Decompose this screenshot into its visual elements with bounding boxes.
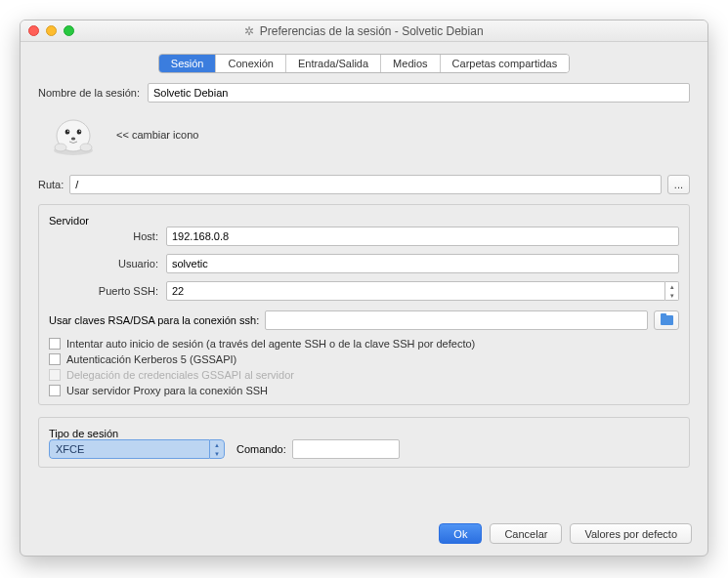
tab-session[interactable]: Sesión — [159, 55, 217, 72]
kerberos-label: Autenticación Kerberos 5 (GSSAPI) — [66, 353, 236, 365]
rsa-key-label: Usar claves RSA/DSA para la conexión ssh… — [49, 314, 265, 326]
svg-point-2 — [55, 144, 66, 151]
server-legend: Servidor — [49, 215, 89, 227]
gssapi-delegation-checkbox-row: Delegación de credenciales GSSAPI al ser… — [49, 369, 679, 381]
session-type-group: Tipo de sesión XFCE ▲▼ Comando: — [38, 417, 690, 468]
ok-button[interactable]: Ok — [439, 523, 482, 544]
defaults-button[interactable]: Valores por defecto — [570, 523, 692, 544]
tab-connection[interactable]: Conexión — [216, 55, 285, 72]
proxy-checkbox-row[interactable]: Usar servidor Proxy para la conexión SSH — [49, 385, 679, 396]
svg-point-4 — [65, 129, 70, 134]
rsa-browse-button[interactable] — [654, 310, 679, 330]
command-input[interactable] — [292, 439, 400, 459]
autologin-checkbox-row[interactable]: Intentar auto inicio de sesión (a través… — [49, 338, 679, 350]
session-icon[interactable] — [48, 112, 99, 157]
folder-icon — [661, 315, 673, 325]
window-title: ✲ Preferencias de la sesión - Solvetic D… — [21, 24, 707, 38]
proxy-checkbox[interactable] — [49, 385, 61, 396]
svg-point-6 — [67, 131, 68, 132]
session-type-value: XFCE — [56, 443, 84, 455]
kerberos-checkbox[interactable] — [49, 353, 61, 365]
titlebar: ✲ Preferencias de la sesión - Solvetic D… — [21, 21, 707, 42]
window-title-text: Preferencias de la sesión - Solvetic Deb… — [260, 24, 484, 38]
user-label: Usuario: — [49, 258, 166, 269]
path-input[interactable] — [69, 175, 662, 194]
session-name-label: Nombre de la sesión: — [38, 87, 148, 99]
gssapi-delegation-checkbox — [49, 369, 61, 381]
ssh-port-input[interactable] — [166, 281, 665, 301]
ssh-port-label: Puerto SSH: — [49, 285, 166, 297]
host-input[interactable] — [166, 227, 679, 246]
tab-shared-folders[interactable]: Carpetas compartidas — [441, 55, 570, 72]
svg-point-8 — [71, 137, 75, 140]
session-type-legend: Tipo de sesión — [49, 428, 118, 439]
kerberos-checkbox-row[interactable]: Autenticación Kerberos 5 (GSSAPI) — [49, 353, 679, 365]
path-label: Ruta: — [38, 179, 69, 190]
dialog-buttons: Ok Cancelar Valores por defecto — [439, 523, 692, 544]
session-type-combo[interactable]: XFCE ▲▼ — [49, 439, 225, 459]
command-label: Comando: — [236, 443, 286, 455]
tabs-container: Sesión Conexión Entrada/Salida Medios Ca… — [38, 54, 690, 73]
server-group: Servidor Host: Usuario: Puerto SSH: ▴▾ U… — [38, 204, 690, 405]
host-label: Host: — [49, 230, 166, 242]
change-icon-label: << cambiar icono — [116, 129, 198, 141]
chevron-updown-icon: ▲▼ — [209, 439, 225, 459]
gear-icon: ✲ — [244, 24, 254, 38]
tab-media[interactable]: Medios — [381, 55, 440, 72]
path-browse-button[interactable]: ... — [667, 175, 690, 194]
autologin-checkbox[interactable] — [49, 338, 61, 350]
user-input[interactable] — [166, 254, 679, 273]
session-name-input[interactable] — [148, 83, 690, 103]
svg-point-3 — [80, 144, 92, 151]
preferences-window: ✲ Preferencias de la sesión - Solvetic D… — [20, 20, 708, 557]
cancel-button[interactable]: Cancelar — [490, 523, 562, 544]
ssh-port-stepper[interactable]: ▴▾ — [665, 281, 679, 301]
tab-io[interactable]: Entrada/Salida — [286, 55, 381, 72]
seal-icon — [48, 112, 99, 157]
svg-point-7 — [79, 131, 80, 132]
svg-point-5 — [77, 129, 82, 134]
autologin-label: Intentar auto inicio de sesión (a través… — [66, 338, 475, 350]
rsa-key-input[interactable] — [265, 310, 648, 330]
gssapi-delegation-label: Delegación de credenciales GSSAPI al ser… — [66, 369, 294, 381]
proxy-label: Usar servidor Proxy para la conexión SSH — [66, 385, 268, 396]
